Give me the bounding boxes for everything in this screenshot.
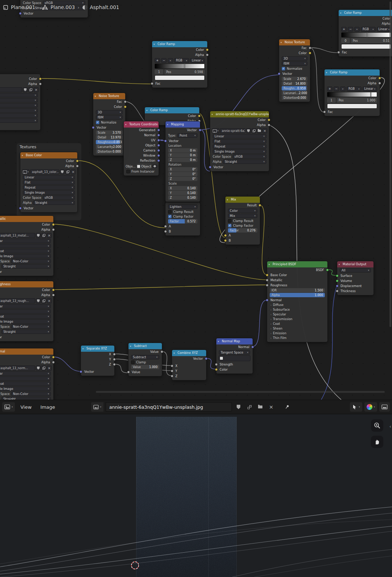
socket-out[interactable] (52, 294, 55, 296)
duplicate-button[interactable] (252, 128, 256, 133)
collapse-icon[interactable]: ▾ (95, 93, 96, 99)
add-stop-button[interactable]: + (341, 27, 347, 32)
dropdown-linear[interactable]: Linear▾ (23, 175, 75, 179)
gradient-bar[interactable] (155, 64, 205, 69)
collapse-icon[interactable]: ▾ (154, 41, 155, 47)
unlink-button[interactable]: × (71, 169, 75, 174)
add-stop-button[interactable]: + (327, 86, 332, 91)
dropdown-flat[interactable]: Flat▾ (213, 139, 266, 144)
dropdown-straight[interactable]: Straight▾ (33, 201, 75, 205)
number-field-scale[interactable]: Scale3.570 (96, 130, 123, 135)
dropdown-non-color[interactable]: Non-Color▾ (11, 259, 51, 263)
node-header[interactable]: ▾Subtract (128, 343, 162, 349)
collapse-section-thin-film[interactable]: ›Thin Film (267, 336, 327, 340)
node-image-texture-annie[interactable]: ▾annie-spratt-6a3nqQ1YwBw-unspla...Color… (210, 111, 269, 172)
socket-out[interactable] (52, 288, 55, 291)
slider-factor[interactable]: Factor0.572 (168, 219, 197, 223)
add-stop-button[interactable]: + (155, 58, 160, 63)
ramp-options-button[interactable]: ▾ (168, 58, 173, 63)
dropdown-repeat[interactable]: Repeat▾ (0, 249, 51, 253)
dropdown-linear[interactable]: Linear▾ (213, 134, 266, 138)
node-color-ramp-2[interactable]: ▾Color RampColorAlpha+−▾RGB▾Linear▾0Pos0… (338, 9, 392, 57)
socket-out[interactable] (124, 100, 127, 103)
image-name-field[interactable]: annie-spratt-6a3nqQ1YwBw-unsplash.jpg (106, 402, 232, 412)
node-noise-texture-1[interactable]: ▾Noise TextureFacColor3D▾fBM▾✓NormalizeV… (279, 39, 310, 102)
node-texture-coordinate[interactable]: ▾Texture CoordinateGeneratedNormalUVObje… (123, 121, 159, 176)
color-swatch[interactable] (327, 104, 377, 109)
socket-in[interactable] (79, 370, 82, 373)
checkbox-clamp-result[interactable]: Clamp Result (228, 219, 257, 223)
collapse-icon[interactable]: ▾ (130, 343, 131, 349)
dropdown-linear[interactable]: Linear▾ (0, 371, 51, 376)
dropdown-straight[interactable]: Straight▾ (1, 397, 51, 400)
zoom-in-button[interactable] (371, 419, 383, 432)
dropdown-tangent-space[interactable]: Tangent Space▾ (219, 350, 250, 355)
node-color-ramp-1[interactable]: ▾Color RampColorAlpha+−▾RGB▾Linear▾1Pos0… (152, 41, 208, 88)
image-name-field[interactable]: annie-spratt-6a3... (220, 128, 245, 133)
socket-out[interactable] (199, 129, 201, 132)
dropdown-repeat[interactable]: Repeat▾ (0, 382, 51, 386)
dropdown-color[interactable]: Color▾ (228, 209, 257, 213)
dropdown-non-color[interactable]: Non-Color▾ (11, 392, 51, 396)
dropdown-repeat[interactable]: Repeat▾ (213, 144, 266, 149)
slider-roughness[interactable]: Roughness0.893 (96, 140, 123, 144)
collapse-icon[interactable]: ▾ (146, 108, 147, 113)
ramp-options-button[interactable]: ▾ (354, 27, 360, 32)
checkbox-box[interactable] (168, 210, 172, 214)
slider-factor[interactable]: Factor0.276 (228, 228, 257, 233)
dropdown-lighten[interactable]: Lighten▾ (168, 205, 197, 209)
collapse-section-sheen[interactable]: ›Sheen (267, 326, 327, 331)
image-name-field[interactable]: asphalt_13_metal... (0, 233, 35, 238)
socket-out[interactable] (157, 139, 160, 142)
node-image-texture-left-partial[interactable]: ColorAlpha▾png×▾▾▾▾sRGB▾Straight▾Vector (0, 74, 41, 130)
node-material-output[interactable]: ▾Material OutputAll▾SurfaceVolumeDisplac… (337, 261, 374, 295)
socket-out[interactable] (268, 124, 270, 126)
dropdown-straight[interactable]: Straight▾ (1, 330, 51, 334)
socket-out[interactable] (206, 48, 209, 51)
number-field-z[interactable]: Z0.140 (168, 195, 197, 200)
dropdown-fbm[interactable]: fBM▾ (282, 61, 307, 66)
dropdown-non-color[interactable]: Non-Color▾ (11, 324, 51, 329)
stop-index-field[interactable]: 0 (341, 38, 350, 43)
dropdown-blank[interactable]: ▾ (0, 103, 38, 108)
socket-in[interactable] (266, 299, 269, 302)
dropdown-srgb[interactable]: sRGB▾ (0, 113, 38, 118)
socket-out[interactable] (258, 204, 261, 207)
checkbox-box[interactable]: ✓ (228, 224, 232, 227)
fake-user-button[interactable] (36, 298, 41, 303)
cursor-2d[interactable] (129, 560, 141, 571)
socket-in[interactable] (171, 364, 173, 367)
hand-tool-button[interactable] (371, 436, 383, 448)
collapse-section-emission[interactable]: ›Emission (267, 331, 327, 336)
socket-out[interactable] (309, 52, 311, 55)
fake-user-button[interactable] (36, 233, 41, 238)
collapse-section-transmission[interactable]: ›Transmission (267, 317, 327, 322)
editor-type-button[interactable]: ▾ (2, 402, 15, 412)
dropdown-srgb[interactable]: sRGB▾ (233, 154, 266, 159)
node-math-subtract[interactable]: ▾SubtractValueSubtract▾ClampValue1.000Va… (128, 343, 162, 376)
dropdown-blank[interactable]: ▾ (0, 108, 38, 113)
object-picker-button[interactable]: Object (137, 164, 152, 169)
checkbox-normalize[interactable]: ✓Normalize (96, 120, 123, 124)
collapse-icon[interactable]: ▾ (125, 122, 126, 128)
node-header[interactable]: ▾annie-spratt-6a3nqQ1YwBw-unspla... (210, 111, 269, 117)
socket-out[interactable] (52, 356, 55, 359)
socket-in[interactable] (266, 274, 269, 277)
node-header[interactable]: ▾Combine XYZ (172, 350, 206, 356)
collapse-icon[interactable]: ▾ (212, 112, 213, 117)
dropdown-flat[interactable]: Flat▾ (0, 244, 51, 248)
checkbox-clamp[interactable]: Clamp (131, 360, 159, 364)
duplicate-button[interactable] (28, 87, 33, 92)
socket-out[interactable] (113, 353, 116, 356)
ramp-options-button[interactable]: ▾ (340, 86, 346, 91)
browse-image-button[interactable]: ▾ (91, 402, 103, 412)
color-swatch[interactable] (341, 44, 391, 49)
unlink-button[interactable]: × (47, 233, 52, 238)
checkbox-clamp-result[interactable]: Clamp Result (168, 210, 197, 214)
color-mode-dropdown[interactable]: RGB▾ (347, 86, 362, 91)
slider-alpha[interactable]: Alpha1.000 (270, 293, 325, 297)
socket-in[interactable] (266, 284, 269, 287)
number-field-x[interactable]: X0 m (168, 148, 197, 153)
node-mapping[interactable]: ▾MappingVectorType:Point▾VectorLocationX… (165, 121, 200, 202)
breadcrumb-item[interactable]: Asphalt.001 (90, 4, 119, 10)
